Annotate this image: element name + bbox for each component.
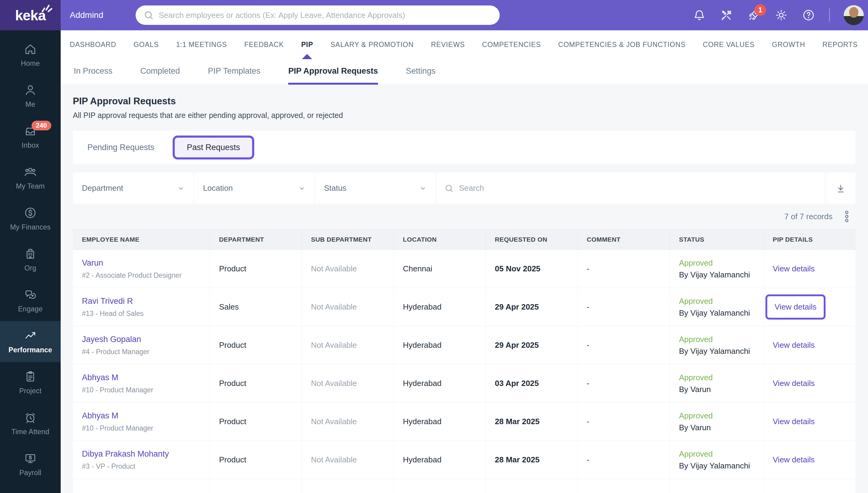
- nav-feedback[interactable]: FEEDBACK: [244, 30, 284, 59]
- employee-name-link[interactable]: Jayesh Gopalan: [82, 335, 141, 344]
- nav-reviews[interactable]: REVIEWS: [431, 30, 465, 59]
- view-details-link[interactable]: View details: [774, 302, 817, 312]
- col-employee-name: EMPLOYEE NAME: [73, 230, 210, 250]
- table-search[interactable]: [436, 173, 825, 204]
- comment-value: -: [587, 417, 669, 426]
- settings-gear-icon[interactable]: [774, 8, 788, 22]
- employee-name-link[interactable]: Varun: [82, 258, 103, 268]
- sidebar-item-org[interactable]: Org: [0, 239, 61, 280]
- nav-competencies[interactable]: COMPETENCIES: [482, 30, 541, 59]
- nav-competencies-job-functions[interactable]: COMPETENCIES & JOB FUNCTIONS: [558, 30, 686, 59]
- table-row: Varun#2 - Associate Product Designer Pro…: [73, 250, 855, 288]
- sidebar-item-my-finances[interactable]: My Finances: [0, 198, 61, 239]
- status-by: By Vijay Yalamanchi: [679, 461, 763, 471]
- status-badge: Approved: [679, 449, 763, 459]
- download-button[interactable]: [825, 173, 855, 204]
- location-value: Hyderabad: [403, 341, 485, 350]
- view-details-link[interactable]: View details: [773, 417, 814, 426]
- help-icon[interactable]: [802, 8, 815, 22]
- table-row: Vijay Yalamanchi Rejected: [73, 479, 855, 493]
- nav-core-values[interactable]: CORE VALUES: [703, 30, 755, 59]
- top-icon-group: 1: [693, 5, 864, 25]
- project-clipboard-icon: [24, 370, 37, 383]
- nav-dashboard[interactable]: DASHBOARD: [70, 30, 116, 59]
- comment-value: -: [587, 455, 669, 465]
- col-location: LOCATION: [394, 230, 486, 250]
- status-badge: Approved: [679, 335, 763, 344]
- sub-department-value: Not Available: [311, 379, 393, 388]
- sidebar-item-performance[interactable]: Performance: [0, 321, 61, 362]
- records-count: 7 of 7 records: [784, 212, 832, 221]
- user-avatar[interactable]: [844, 5, 864, 25]
- past-requests-tab[interactable]: Past Requests: [173, 135, 254, 159]
- request-type-tabs: Pending Requests Past Requests: [73, 131, 855, 164]
- tab-completed[interactable]: Completed: [141, 59, 180, 85]
- requested-on-value: 29 Apr 2025: [495, 302, 577, 312]
- download-icon: [835, 183, 846, 193]
- view-details-link[interactable]: View details: [773, 341, 814, 350]
- table-search-input[interactable]: [459, 184, 817, 193]
- department-value: Product: [219, 341, 302, 350]
- requested-on-value: 28 Mar 2025: [495, 455, 577, 465]
- sidebar-item-label: Home: [21, 60, 40, 68]
- keka-logo-block[interactable]: keka: [0, 0, 61, 30]
- status-filter[interactable]: Status: [315, 173, 436, 204]
- view-details-link[interactable]: View details: [773, 264, 814, 274]
- nav-1-1-meetings[interactable]: 1:1 MEETINGS: [176, 30, 227, 59]
- employee-designation: #10 - Product Manager: [82, 424, 210, 432]
- active-tab-indicator: [302, 54, 312, 59]
- page-subtitle: All PIP approval requests that are eithe…: [73, 111, 855, 120]
- nav-reports[interactable]: REPORTS: [823, 30, 858, 59]
- employee-name-link[interactable]: Abhyas M: [82, 373, 118, 382]
- nav-goals[interactable]: GOALS: [133, 30, 159, 59]
- department-filter[interactable]: Department: [73, 173, 194, 204]
- pending-requests-tab[interactable]: Pending Requests: [73, 143, 169, 152]
- dollar-circle-icon: [24, 206, 37, 219]
- nav-pip[interactable]: PIP: [301, 30, 313, 59]
- nav-salary-promotion[interactable]: SALARY & PROMOTION: [330, 30, 414, 59]
- location-filter[interactable]: Location: [194, 173, 315, 204]
- sidebar-item-home[interactable]: Home: [0, 35, 61, 76]
- sub-department-value: Not Available: [311, 302, 393, 312]
- page-title: PIP Approval Requests: [73, 96, 855, 107]
- employee-name-link[interactable]: Ravi Trivedi R: [82, 297, 133, 306]
- org-building-icon: [24, 247, 37, 260]
- admin-tools-icon[interactable]: [720, 8, 733, 22]
- tab-pip-approval-requests[interactable]: PIP Approval Requests: [288, 59, 378, 85]
- sidebar-item-label: Me: [25, 100, 36, 109]
- sidebar-item-engage[interactable]: Engage: [0, 280, 61, 321]
- top-bar-main: Addmind 1: [61, 0, 868, 30]
- global-search-input[interactable]: [159, 10, 492, 20]
- whats-new-rocket-icon[interactable]: 1: [747, 8, 761, 22]
- col-comment: COMMENT: [578, 230, 670, 250]
- nav-growth[interactable]: GROWTH: [772, 30, 805, 59]
- sidebar-item-inbox[interactable]: Inbox 240: [0, 116, 61, 157]
- employee-name-link[interactable]: Abhyas M: [82, 411, 118, 421]
- department-value: Product: [219, 379, 302, 388]
- department-value: Product: [219, 455, 302, 465]
- employee-name-link[interactable]: Dibya Prakash Mohanty: [82, 449, 169, 459]
- filter-bar: Department Location Status: [73, 173, 855, 204]
- sidebar-item-time-attend[interactable]: Time Attend: [0, 403, 61, 444]
- table-options-kebab-icon[interactable]: [843, 210, 851, 223]
- sidebar-item-label: Org: [24, 264, 36, 272]
- global-search[interactable]: [136, 5, 500, 25]
- requested-on-value: 05 Nov 2025: [495, 264, 577, 274]
- department-value: Sales: [219, 302, 302, 312]
- view-details-annotation-box: View details: [765, 294, 826, 320]
- tab-in-process[interactable]: In Process: [74, 59, 112, 85]
- notifications-bell-icon[interactable]: [693, 8, 706, 22]
- view-details-link[interactable]: View details: [773, 379, 814, 388]
- status-by: By Vijay Yalamanchi: [679, 308, 763, 318]
- table-row: Dibya Prakash Mohanty#3 - VP - Product P…: [73, 441, 855, 479]
- sidebar-item-my-team[interactable]: My Team: [0, 157, 61, 198]
- pip-subnav: In Process Completed PIP Templates PIP A…: [61, 59, 868, 85]
- view-details-link[interactable]: View details: [773, 455, 814, 465]
- sidebar-item-payroll[interactable]: Payroll: [0, 444, 61, 485]
- sidebar-item-project[interactable]: Project: [0, 362, 61, 403]
- requested-on-value: 03 Apr 2025: [495, 379, 577, 388]
- tab-settings[interactable]: Settings: [406, 59, 436, 85]
- employee-designation: #2 - Associate Product Designer: [82, 271, 210, 280]
- tab-pip-templates[interactable]: PIP Templates: [208, 59, 260, 85]
- sidebar-item-me[interactable]: Me: [0, 76, 61, 116]
